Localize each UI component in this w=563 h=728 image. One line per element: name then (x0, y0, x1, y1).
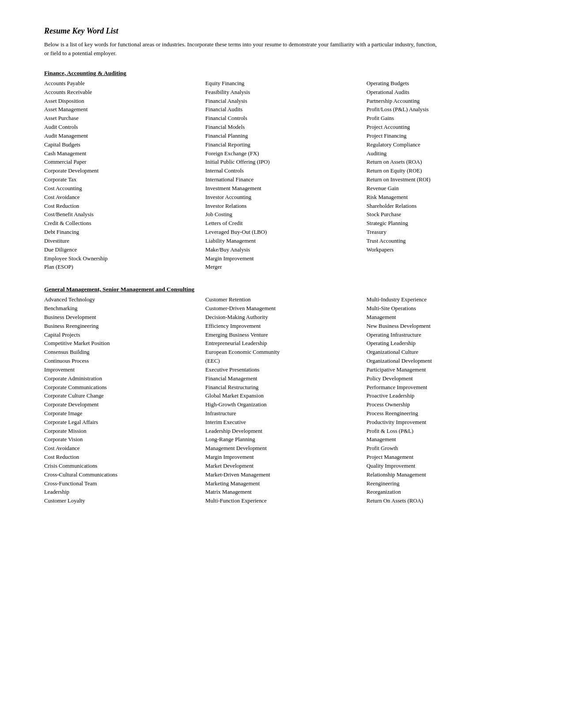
list-item: Customer-Driven Management (205, 304, 367, 313)
list-item: Return on Investment (ROI) (367, 176, 528, 184)
list-item: Project Management (367, 453, 528, 462)
list-item: Due Diligence (44, 246, 205, 255)
page-title: Resume Key Word List (44, 26, 528, 36)
list-item: Organizational Development (367, 357, 528, 366)
list-item: Corporate Communications (44, 383, 205, 392)
list-item: Margin Improvement (205, 453, 367, 462)
list-item: Quality Improvement (367, 462, 528, 471)
list-item: Corporate Image (44, 409, 205, 418)
list-item: Corporate Legal Affairs (44, 418, 205, 427)
list-item: Accounts Receivable (44, 88, 205, 97)
list-item: Multi-Function Experience (205, 497, 367, 506)
list-item: Advanced Technology (44, 296, 205, 304)
list-item: Reorganization (367, 488, 528, 497)
list-item: Matrix Management (205, 488, 367, 497)
list-item: Business Development (44, 313, 205, 322)
section-1-col-0: Advanced TechnologyBenchmarkingBusiness … (44, 296, 205, 506)
list-item: Audit Management (44, 132, 205, 141)
list-item: Customer Retention (205, 296, 367, 304)
list-item: Consensus Building (44, 348, 205, 357)
list-item: Trust Accounting (367, 237, 528, 246)
list-item: Market Development (205, 462, 367, 471)
section-0-col-1: Equity FinancingFeasibility AnalysisFina… (205, 79, 367, 272)
list-item: Investor Relations (205, 202, 367, 211)
list-item: Corporate Vision (44, 435, 205, 444)
section-1: General Management, Senior Management an… (44, 286, 528, 506)
list-item: Audit Controls (44, 123, 205, 132)
list-item: Corporate Development (44, 401, 205, 409)
list-item: Cost Accounting (44, 184, 205, 193)
list-item: Project Accounting (367, 123, 528, 132)
list-item: Profit/Loss (P&L) Analysis (367, 105, 528, 114)
intro-text: Below is a list of key words for functio… (44, 40, 442, 57)
list-item: Operating Leadership (367, 339, 528, 348)
list-item: Entrepreneurial Leadership (205, 339, 367, 348)
list-item: Asset Disposition (44, 97, 205, 106)
list-item: International Finance (205, 176, 367, 184)
list-item: Risk Management (367, 193, 528, 202)
list-item: Management (367, 435, 528, 444)
list-item: Profit Gains (367, 114, 528, 123)
list-item: Leadership Development (205, 427, 367, 436)
list-item: Profit Growth (367, 444, 528, 453)
list-item: Workpapers (367, 246, 528, 255)
list-item: Business Reengineering (44, 322, 205, 331)
list-item: Leadership (44, 488, 205, 497)
list-item: Partnership Accounting (367, 97, 528, 106)
list-item: Operating Infrastructure (367, 331, 528, 340)
list-item: Infrastructure (205, 409, 367, 418)
list-item: Cash Management (44, 150, 205, 158)
list-item: Management (367, 313, 528, 322)
list-item: Revenue Gain (367, 184, 528, 193)
list-item: Cost Avoidance (44, 193, 205, 202)
list-item: Stock Purchase (367, 210, 528, 219)
list-item: Corporate Culture Change (44, 392, 205, 401)
list-item: Capital Budgets (44, 141, 205, 150)
list-item: Reengineering (367, 480, 528, 488)
list-item: Cross-Cultural Communications (44, 471, 205, 480)
list-item: Decision-Making Authority (205, 313, 367, 322)
list-item: Shareholder Relations (367, 202, 528, 211)
list-item: Debt Financing (44, 228, 205, 237)
list-item: Marketing Management (205, 480, 367, 488)
list-item: Capital Projects (44, 331, 205, 340)
list-item: Financial Planning (205, 132, 367, 141)
list-item: Improvement (44, 366, 205, 375)
list-item: Operational Audits (367, 88, 528, 97)
list-item: Initial Public Offering (IPO) (205, 158, 367, 167)
list-item: Cost Avoidance (44, 444, 205, 453)
list-item: Divestiture (44, 237, 205, 246)
list-item: Equity Financing (205, 79, 367, 88)
list-item: Employee Stock Ownership (44, 255, 205, 263)
list-item: Process Reengineering (367, 409, 528, 418)
list-item: Executive Presentations (205, 366, 367, 375)
section-0-col-0: Accounts PayableAccounts ReceivableAsset… (44, 79, 205, 272)
list-item: Commercial Paper (44, 158, 205, 167)
list-item: Investment Management (205, 184, 367, 193)
list-item: Return On Assets (ROA) (367, 497, 528, 506)
list-item: Profit & Loss (P&L) (367, 427, 528, 436)
list-item: European Economic Community (205, 348, 367, 357)
list-item: Feasibility Analysis (205, 88, 367, 97)
list-item: Leveraged Buy-Out (LBO) (205, 228, 367, 237)
section-columns-1: Advanced TechnologyBenchmarkingBusiness … (44, 296, 528, 506)
list-item: Cost/Benefit Analysis (44, 210, 205, 219)
list-item: Return on Assets (ROA) (367, 158, 528, 167)
list-item: Financial Analysis (205, 97, 367, 106)
section-heading-1: General Management, Senior Management an… (44, 286, 528, 293)
list-item: Policy Development (367, 375, 528, 383)
list-item: Corporate Development (44, 167, 205, 176)
list-item: Market-Driven Management (205, 471, 367, 480)
list-item: Participative Management (367, 366, 528, 375)
section-0-col-2: Operating BudgetsOperational AuditsPartn… (367, 79, 528, 272)
list-item: Continuous Process (44, 357, 205, 366)
list-item: Financial Models (205, 123, 367, 132)
section-1-col-2: Multi-Industry ExperienceMulti-Site Oper… (367, 296, 528, 506)
list-item: Proactive Leadership (367, 392, 528, 401)
list-item: Financial Reporting (205, 141, 367, 150)
list-item: Make/Buy Analysis (205, 246, 367, 255)
list-item: Foreign Exchange (FX) (205, 150, 367, 158)
list-item: Process Ownership (367, 401, 528, 409)
list-item: Regulatory Compliance (367, 141, 528, 150)
list-item: Multi-Industry Experience (367, 296, 528, 304)
